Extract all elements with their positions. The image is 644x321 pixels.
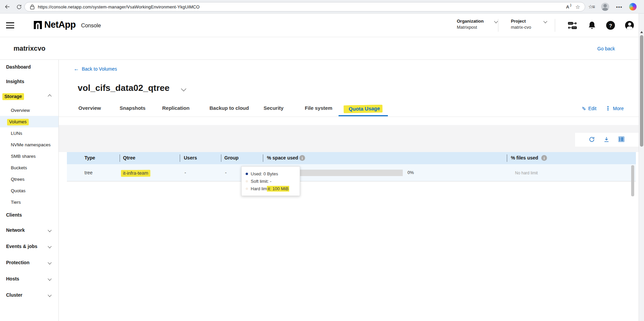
table-row[interactable]: tree it-infra-team - - 0% No hard limit: [67, 164, 636, 181]
console-label: Console: [81, 23, 101, 29]
pencil-icon: ✎: [581, 106, 587, 110]
chevron-down-icon: [543, 19, 547, 23]
column-divider: [120, 154, 120, 162]
tab-backup-to-cloud[interactable]: Backup to cloud: [209, 105, 249, 111]
screen: https://console.netapp.com/system-manage…: [0, 0, 644, 321]
cell-type: tree: [84, 170, 93, 175]
table-header: Type Qtree Users Group % space used i % …: [67, 152, 636, 164]
browser-back-icon[interactable]: [3, 3, 11, 11]
sidebar-item-network[interactable]: Network: [0, 224, 58, 236]
tooltip-soft-limit-line: Soft limit: -: [246, 177, 296, 185]
netapp-logo-mark: [34, 21, 42, 29]
vertical-dots-icon: ⋮: [605, 105, 611, 112]
page-title: matrixcvo: [14, 45, 46, 52]
sidebar-item-protection[interactable]: Protection: [0, 257, 58, 268]
address-bar[interactable]: https://console.netapp.com/system-manage…: [24, 2, 585, 11]
column-header-files-used[interactable]: % files used: [511, 155, 538, 160]
project-switcher[interactable]: Project matrix-cvo: [511, 19, 531, 30]
sidebar-item-nvme-namespaces[interactable]: NVMe namespaces: [0, 139, 58, 150]
notifications-bell-icon[interactable]: [588, 21, 596, 30]
cell-users: -: [184, 170, 186, 175]
download-icon[interactable]: [603, 135, 610, 143]
column-divider: [263, 154, 263, 162]
help-icon[interactable]: ?: [606, 21, 615, 30]
tab-replication[interactable]: Replication: [162, 105, 190, 111]
column-divider: [221, 154, 221, 162]
chevron-down-icon: [494, 19, 498, 23]
project-value: matrix-cvo: [511, 25, 531, 30]
account-icon[interactable]: [625, 21, 634, 30]
table-scrollbar-thumb[interactable]: [631, 165, 634, 196]
browser-reload-icon[interactable]: [15, 3, 23, 11]
connector-icon[interactable]: [567, 21, 578, 30]
go-back-link[interactable]: Go back: [597, 46, 615, 51]
sidebar-item-tiers[interactable]: Tiers: [0, 196, 58, 208]
table-toolbar-band: [59, 125, 639, 152]
site-lock-icon[interactable]: [30, 4, 34, 9]
tab-snapshots[interactable]: Snapshots: [120, 105, 146, 111]
divider: [59, 117, 639, 117]
tab-file-system[interactable]: File system: [305, 105, 332, 111]
scrollbar-up-arrow[interactable]: [640, 31, 643, 33]
space-used-info-icon[interactable]: i: [299, 155, 305, 161]
organization-switcher[interactable]: Organization Matrixpost: [457, 19, 484, 30]
volume-title: vol_cifs_data02_qtree: [78, 83, 170, 93]
organization-value: Matrixpost: [457, 25, 484, 30]
app-header: NetApp Console Organization Matrixpost P…: [0, 14, 644, 37]
collections-icon[interactable]: ☆≡: [588, 4, 594, 10]
browser-menu-icon[interactable]: •••: [616, 4, 622, 10]
column-header-space-used[interactable]: % space used: [267, 155, 298, 160]
main-content: ← Back to Volumes vol_cifs_data02_qtree …: [59, 60, 639, 321]
space-used-percent: 0%: [407, 170, 414, 175]
chevron-down-icon: [48, 228, 51, 232]
sidebar-item-storage[interactable]: Storage: [0, 91, 58, 102]
chevron-down-icon: [48, 277, 51, 280]
edit-button[interactable]: ✎ Edit: [581, 105, 596, 112]
sidebar-item-qtrees[interactable]: Qtrees: [0, 173, 58, 185]
column-header-type[interactable]: Type: [84, 155, 95, 160]
favorite-star-icon[interactable]: ☆: [575, 4, 580, 10]
column-divider: [180, 154, 180, 162]
back-to-volumes-link[interactable]: ← Back to Volumes: [74, 66, 117, 72]
url-text: https://console.netapp.com/system-manage…: [38, 4, 200, 9]
browser-profile-avatar[interactable]: [601, 3, 609, 11]
sidebar-item-volumes[interactable]: Volumes: [0, 116, 58, 127]
cell-qtree: it-infra-team: [123, 170, 150, 176]
project-label: Project: [511, 19, 531, 24]
tab-overview[interactable]: Overview: [78, 105, 101, 111]
column-divider: [507, 154, 507, 162]
column-header-group[interactable]: Group: [224, 155, 239, 160]
column-header-users[interactable]: Users: [184, 155, 197, 160]
sidebar-item-insights[interactable]: Insights: [0, 76, 58, 87]
columns-icon[interactable]: [618, 135, 625, 143]
sidebar-item-clients[interactable]: Clients: [0, 209, 58, 221]
sidebar-item-quotas[interactable]: Quotas: [0, 185, 58, 196]
sidebar-item-hosts[interactable]: Hosts: [0, 273, 58, 285]
copilot-icon[interactable]: [629, 3, 637, 10]
sidebar-item-luns[interactable]: LUNs: [0, 127, 58, 139]
tab-quota-usage[interactable]: Quota Usage: [349, 105, 382, 112]
sidebar-item-buckets[interactable]: Buckets: [0, 162, 58, 173]
netapp-logo: NetApp: [34, 20, 76, 30]
chevron-down-icon: [48, 244, 51, 248]
sidebar-item-smb-shares[interactable]: SMB shares: [0, 150, 58, 162]
files-used-info-icon[interactable]: i: [541, 155, 547, 161]
sidebar-item-storage-overview[interactable]: Overview: [0, 104, 58, 116]
sidebar: Dashboard Insights Storage Overview Volu…: [0, 60, 59, 321]
scrollbar-thumb[interactable]: [640, 35, 643, 147]
browser-chrome: https://console.netapp.com/system-manage…: [0, 0, 644, 14]
sidebar-item-cluster[interactable]: Cluster: [0, 289, 58, 301]
more-button[interactable]: ⋮ More: [605, 105, 624, 112]
sidebar-item-events-jobs[interactable]: Events & jobs: [0, 241, 58, 252]
tab-security[interactable]: Security: [264, 105, 283, 111]
active-tab-underline: [339, 115, 388, 116]
volume-title-chevron-icon[interactable]: [181, 86, 187, 92]
page-scrollbar[interactable]: [639, 14, 644, 321]
hamburger-menu-icon[interactable]: [6, 22, 14, 28]
sidebar-item-dashboard[interactable]: Dashboard: [0, 61, 58, 73]
chevron-down-icon: [48, 293, 51, 297]
tab-bar: Overview Snapshots Replication Backup to…: [59, 102, 639, 117]
read-aloud-icon[interactable]: A): [566, 4, 569, 9]
refresh-icon[interactable]: [588, 135, 595, 143]
column-header-qtree[interactable]: Qtree: [123, 155, 135, 160]
